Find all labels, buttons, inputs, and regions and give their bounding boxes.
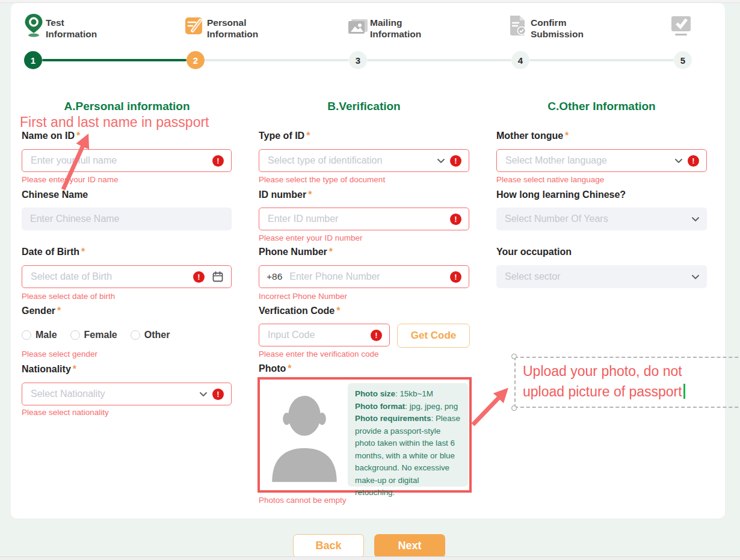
photo-requirements-panel: Photo size: 15kb~1M Photo format: jpg, j… [348, 383, 468, 487]
photo-upload-area[interactable] [266, 389, 343, 488]
chinese-name-field[interactable] [22, 208, 232, 230]
required-mark: * [306, 131, 310, 141]
chevron-down-icon [691, 215, 700, 223]
date-of-birth-label: Date of Birth* [22, 247, 85, 257]
type-of-id-label: Type of ID* [259, 131, 310, 141]
gender-female-option[interactable]: Female [70, 330, 117, 340]
learning-years-select[interactable] [496, 208, 707, 230]
error-exclamation-icon: ! [193, 271, 205, 283]
date-of-birth-input[interactable] [29, 271, 188, 283]
date-of-birth-error: Please select date of birth [22, 292, 115, 301]
occupation-select[interactable] [496, 265, 707, 288]
step-circle-4[interactable]: 4 [511, 51, 529, 69]
required-mark: * [57, 306, 61, 316]
gender-label: Gender* [22, 306, 61, 316]
step-connector-4-5 [529, 59, 674, 61]
learning-years-label: How long learning Chinese? [496, 189, 626, 200]
id-number-label: ID number* [259, 189, 312, 200]
registration-page: Test Information Personal Information Ma… [0, 0, 740, 560]
mother-tongue-input[interactable] [504, 155, 670, 167]
chevron-down-icon [199, 390, 208, 398]
chinese-name-input[interactable] [29, 213, 224, 225]
radio-male[interactable] [22, 330, 31, 340]
error-exclamation-icon: ! [450, 271, 461, 283]
nationality-label: Nationality* [22, 364, 76, 375]
phone-number-input[interactable] [288, 271, 445, 283]
step-circle-1[interactable]: 1 [24, 51, 42, 69]
date-of-birth-field[interactable]: ! [22, 265, 232, 288]
type-of-id-input[interactable] [267, 155, 432, 167]
error-exclamation-icon: ! [688, 155, 699, 167]
annotation-name-note: First and last name in passport [20, 114, 209, 131]
id-number-input[interactable] [267, 213, 445, 225]
annotation-arrow-name [51, 129, 98, 194]
required-mark: * [336, 306, 340, 316]
required-mark: * [81, 247, 85, 257]
location-pin-icon [23, 13, 45, 40]
annotation-arrow-photo [468, 379, 519, 429]
id-number-field[interactable]: ! [259, 208, 469, 230]
phone-number-label: Phone Number* [259, 247, 333, 257]
phone-number-field[interactable]: +86 ! [259, 265, 469, 288]
photo-size-label: Photo size [355, 389, 395, 398]
section-title-verification: B.Verification [259, 100, 469, 113]
type-of-id-select[interactable]: ! [259, 149, 469, 172]
learning-years-input[interactable] [504, 213, 686, 225]
nationality-error: Please select nationality [22, 408, 109, 417]
photo-error: Photos cannot be empty [259, 496, 347, 505]
back-button[interactable]: Back [293, 534, 364, 558]
error-exclamation-icon: ! [450, 214, 461, 225]
gender-error: Please select gender [22, 349, 97, 358]
gender-other-option[interactable]: Other [131, 330, 170, 340]
verification-code-field[interactable]: ! [259, 324, 390, 346]
error-exclamation-icon: ! [212, 155, 224, 167]
radio-female[interactable] [70, 330, 80, 340]
step-label-test-information: Test Information [46, 17, 113, 40]
chevron-down-icon [437, 156, 445, 165]
gender-male-option[interactable]: Male [22, 330, 57, 340]
chevron-down-icon [674, 156, 683, 165]
step-connector-1-2 [42, 59, 187, 61]
error-exclamation-icon: ! [371, 330, 382, 341]
next-button[interactable]: Next [374, 534, 445, 558]
image-icon [347, 18, 369, 38]
id-number-error: Please enter your ID number [259, 233, 363, 242]
step-connector-2-3 [205, 59, 349, 61]
photo-label: Photo* [259, 363, 292, 374]
mother-tongue-select[interactable]: ! [496, 149, 707, 172]
verification-code-error: Please enter the verification code [259, 349, 379, 358]
verification-code-input[interactable] [267, 329, 366, 341]
occupation-input[interactable] [504, 271, 686, 283]
annotation-text-box[interactable]: Upload your photo, do not upload picture… [514, 357, 740, 408]
phone-prefix: +86 [267, 271, 282, 282]
checkbox-check-icon [670, 16, 692, 38]
phone-number-error: Incorrect Phone Number [259, 292, 347, 301]
step-connector-3-4 [367, 59, 511, 61]
verification-code-label: Verfication Code* [259, 306, 340, 316]
required-mark: * [288, 363, 291, 374]
get-code-button[interactable]: Get Code [397, 324, 470, 348]
step-circle-3[interactable]: 3 [349, 51, 367, 69]
photo-annotation-box: Photo size: 15kb~1M Photo format: jpg, j… [257, 377, 472, 493]
annotation-handle-top-left[interactable] [511, 354, 517, 359]
nationality-select[interactable]: ! [22, 383, 232, 405]
calendar-icon[interactable] [212, 271, 224, 283]
step-circle-2[interactable]: 2 [187, 51, 205, 69]
error-exclamation-icon: ! [450, 155, 461, 167]
annotation-photo-note[interactable]: Upload your photo, do not upload picture… [523, 361, 685, 402]
required-mark: * [329, 247, 333, 257]
gender-radio-group: Male Female Other [22, 330, 170, 340]
note-pencil-icon [184, 16, 205, 38]
occupation-label: Your occupation [496, 247, 572, 257]
document-check-icon [508, 14, 526, 38]
radio-other[interactable] [131, 330, 140, 340]
step-label-personal-information: Personal Information [207, 17, 274, 40]
nationality-input[interactable] [29, 388, 194, 400]
photo-format-label: Photo format [355, 402, 405, 411]
required-mark: * [565, 131, 569, 141]
step-label-mailing-information: Mailing Information [370, 17, 437, 40]
step-circle-5[interactable]: 5 [674, 51, 692, 69]
bottom-strip [0, 556, 740, 560]
mother-tongue-label: Mother tongue* [496, 131, 569, 141]
text-cursor [683, 384, 685, 399]
